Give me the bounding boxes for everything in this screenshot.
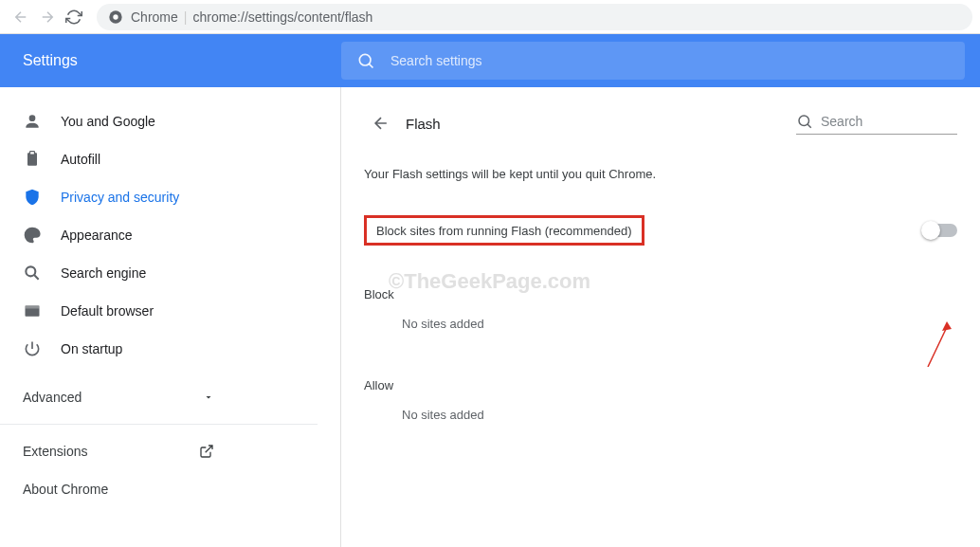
main-area: You and Google Autofill Privacy and secu… <box>0 87 980 547</box>
url-host: Chrome <box>131 9 178 25</box>
header-title: Settings <box>0 52 341 69</box>
search-icon <box>796 113 813 130</box>
settings-header: Settings Search settings <box>0 34 980 87</box>
back-nav-button[interactable] <box>8 4 34 30</box>
person-icon <box>23 112 42 131</box>
allow-empty-text: No sites added <box>364 392 957 422</box>
sidebar-about-chrome[interactable]: About Chrome <box>0 470 237 508</box>
power-icon <box>23 339 42 358</box>
browser-toolbar: Chrome | chrome://settings/content/flash <box>0 0 980 34</box>
svg-point-3 <box>29 115 36 121</box>
sidebar-item-label: On startup <box>61 341 122 356</box>
about-label: About Chrome <box>23 482 108 497</box>
sidebar-item-you-and-google[interactable]: You and Google <box>0 102 333 140</box>
shield-icon <box>23 188 42 207</box>
chrome-icon <box>108 9 123 25</box>
page-title: Flash <box>406 116 441 132</box>
content-search[interactable]: Search <box>796 113 957 135</box>
sidebar-item-label: You and Google <box>61 114 155 129</box>
sidebar-advanced[interactable]: Advanced <box>0 378 237 416</box>
allow-section-label: Allow <box>364 378 957 392</box>
clipboard-icon <box>23 150 42 169</box>
flash-block-label: Block sites from running Flash (recommen… <box>376 224 632 238</box>
svg-point-6 <box>26 266 35 276</box>
sidebar-item-privacy-security[interactable]: Privacy and security <box>0 178 333 216</box>
content: Flash Search Your Flash settings will be… <box>341 87 980 547</box>
block-empty-text: No sites added <box>364 301 957 331</box>
sidebar-item-label: Privacy and security <box>61 190 179 205</box>
chevron-down-icon <box>203 392 214 403</box>
palette-icon <box>23 226 42 245</box>
content-header: Flash Search <box>364 106 957 140</box>
sidebar-item-search-engine[interactable]: Search engine <box>0 254 333 292</box>
header-search[interactable]: Search settings <box>341 42 965 80</box>
svg-line-10 <box>928 327 947 367</box>
sidebar-item-autofill[interactable]: Autofill <box>0 140 333 178</box>
url-path: chrome://settings/content/flash <box>192 9 372 25</box>
address-bar[interactable]: Chrome | chrome://settings/content/flash <box>97 4 972 30</box>
forward-nav-button[interactable] <box>34 4 61 30</box>
advanced-label: Advanced <box>23 390 82 405</box>
reload-button[interactable] <box>61 4 87 30</box>
sidebar-item-appearance[interactable]: Appearance <box>0 216 333 254</box>
flash-toggle[interactable] <box>923 224 957 237</box>
sidebar-item-label: Appearance <box>61 228 133 243</box>
highlight-box: Block sites from running Flash (recommen… <box>364 215 644 246</box>
toggle-knob <box>921 221 940 240</box>
svg-rect-8 <box>26 305 40 308</box>
block-section-label: Block <box>364 287 957 301</box>
search-icon <box>356 51 375 70</box>
browser-icon <box>23 301 42 320</box>
magnify-icon <box>23 264 42 283</box>
url-separator: | <box>184 9 188 25</box>
header-search-placeholder: Search settings <box>390 53 482 68</box>
svg-rect-5 <box>30 152 35 155</box>
sidebar-item-default-browser[interactable]: Default browser <box>0 292 333 330</box>
svg-point-2 <box>359 54 371 65</box>
flash-block-setting-row: Block sites from running Flash (recommen… <box>364 202 957 259</box>
sidebar-item-label: Default browser <box>61 303 154 319</box>
sidebar-extensions[interactable]: Extensions <box>0 432 237 470</box>
external-link-icon <box>199 444 214 459</box>
svg-point-1 <box>113 14 118 19</box>
sidebar-item-label: Search engine <box>61 265 146 281</box>
extensions-label: Extensions <box>23 444 87 459</box>
content-search-placeholder: Search <box>821 114 862 129</box>
svg-point-9 <box>799 116 809 126</box>
sidebar-item-label: Autofill <box>61 152 100 167</box>
sidebar: You and Google Autofill Privacy and secu… <box>0 87 341 547</box>
flash-info-text: Your Flash settings will be kept until y… <box>364 167 957 181</box>
sidebar-item-on-startup[interactable]: On startup <box>0 330 333 368</box>
content-back-button[interactable] <box>364 106 398 140</box>
